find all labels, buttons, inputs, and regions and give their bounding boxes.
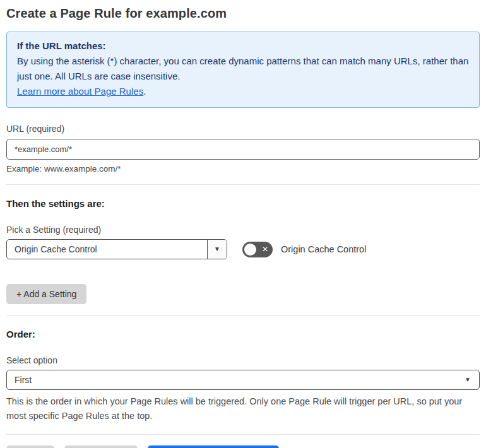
origin-cache-control-toggle[interactable]: ✕ [242, 242, 273, 257]
pick-setting-label: Pick a Setting (required) [6, 225, 480, 235]
divider [6, 184, 480, 185]
divider [6, 315, 480, 315]
url-match-info-box: If the URL matches: By using the asteris… [6, 32, 480, 108]
info-box-heading: If the URL matches: [17, 38, 469, 54]
page-title: Create a Page Rule for example.com [6, 6, 480, 21]
settings-section-heading: Then the settings are: [6, 198, 480, 209]
url-input[interactable] [6, 139, 480, 160]
cancel-button[interactable]: Cancel [6, 445, 54, 448]
info-box-body: By using the asterisk (*) character, you… [17, 54, 469, 84]
learn-more-link[interactable]: Learn more about Page Rules [17, 86, 143, 97]
setting-select-value: Origin Cache Control [7, 240, 207, 259]
order-select-label: Select option [6, 355, 480, 365]
create-page-rule-form: Create a Page Rule for example.com If th… [0, 6, 486, 448]
order-section-heading: Order: [6, 329, 480, 339]
order-select-value: First [7, 370, 465, 389]
divider [6, 434, 480, 435]
toggle-label: Origin Cache Control [281, 244, 366, 254]
footer-actions: Cancel Save as Draft Save and Deploy Pag… [6, 445, 480, 448]
order-help-text: This is the order in which your Page Rul… [6, 394, 480, 423]
add-setting-button[interactable]: + Add a Setting [6, 284, 86, 304]
toggle-knob [244, 244, 256, 256]
setting-select[interactable]: Origin Cache Control ▼ [6, 239, 227, 259]
save-as-draft-button[interactable]: Save as Draft [64, 445, 138, 448]
setting-row: Origin Cache Control ▼ ✕ Origin Cache Co… [6, 239, 480, 259]
chevron-down-icon: ▼ [214, 246, 220, 252]
url-field-label: URL (required) [6, 124, 480, 134]
chevron-down-icon: ▼ [465, 377, 471, 383]
url-example-text: Example: www.example.com/* [6, 164, 480, 174]
info-box-link-line: Learn more about Page Rules. [17, 84, 469, 99]
toggle-off-x-icon: ✕ [262, 245, 268, 253]
order-select-caret-holder: ▼ [465, 370, 479, 389]
setting-select-arrow-button[interactable]: ▼ [207, 240, 227, 259]
save-and-deploy-button[interactable]: Save and Deploy Page Rule [148, 445, 279, 448]
order-select[interactable]: First ▼ [6, 370, 480, 390]
link-suffix: . [143, 86, 146, 97]
